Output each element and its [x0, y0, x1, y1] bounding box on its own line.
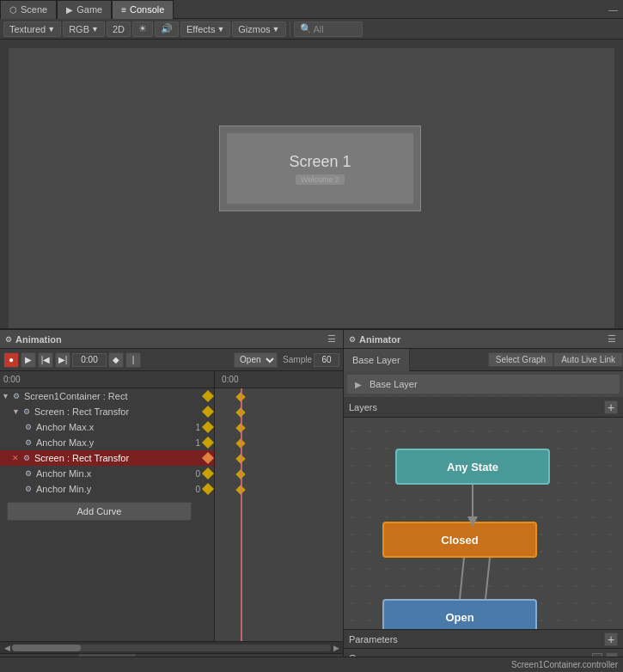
scene-icon: ⬡	[9, 5, 17, 15]
game-icon: ▶	[66, 5, 73, 15]
tree-icon-anchormaxy: ⚙	[22, 437, 34, 449]
animator-gear-icon: ⚙	[349, 335, 356, 344]
keyframe-diamond[interactable]	[202, 390, 214, 402]
keyframe-diamond[interactable]	[202, 467, 214, 480]
tree-arrow-x: ✕	[12, 454, 21, 462]
search-icon: 🔍	[300, 23, 312, 34]
params-header: Parameters +	[344, 630, 623, 649]
svg-line-1	[460, 558, 464, 599]
keyframe-diamond[interactable]	[202, 483, 214, 495]
sun-icon-btn[interactable]: ☀	[132, 21, 153, 37]
rgb-dropdown[interactable]: RGB ▼	[63, 21, 105, 37]
playhead	[241, 388, 242, 641]
auto-live-button[interactable]: Auto Live Link	[553, 352, 623, 367]
animator-panel: ⚙ Animator ☰ Base Layer Select Graph Aut…	[344, 328, 623, 672]
play-button[interactable]: ▶	[21, 352, 36, 368]
scroll-left-arrow[interactable]: ◀	[2, 643, 12, 653]
prev-key-button[interactable]: |◀	[38, 352, 53, 368]
tree-item-anchor-min-y[interactable]: ⚙ Anchor Min.y 0	[0, 481, 214, 497]
timeline-ruler: 0:00	[0, 371, 214, 388]
animator-layers: Layers +	[344, 397, 623, 418]
textured-arrow-icon: ▼	[47, 25, 55, 34]
animator-panel-menu[interactable]: ☰	[606, 333, 618, 345]
status-bar: Screen1Container.controller	[0, 657, 623, 672]
gizmos-arrow-icon: ▼	[272, 25, 280, 34]
bottom-panel: ⚙ Animation ☰ ● ▶ |◀ ▶| ◆ | Open Sample	[0, 328, 623, 672]
base-layer-label: Base Layer	[370, 379, 418, 389]
screen-subtitle: Welcome 2	[296, 174, 345, 185]
pin-button[interactable]: —	[603, 3, 623, 16]
tree-icon-anchormaxx: ⚙	[22, 421, 34, 433]
timeline-ruler-right: 0:00	[215, 371, 343, 388]
effects-dropdown[interactable]: Effects ▼	[180, 21, 230, 37]
timeline-keyframes: 0:00	[215, 371, 343, 641]
tree-arrow: ▼	[12, 407, 21, 416]
tree-icon-anchorminx: ⚙	[22, 467, 34, 480]
audio-icon-btn[interactable]: 🔊	[155, 21, 179, 37]
scroll-right-arrow[interactable]: ▶	[331, 643, 341, 653]
scene-viewport: Screen 1 Welcome 2	[0, 40, 623, 344]
animator-toolbar: Base Layer Select Graph Auto Live Link	[344, 349, 623, 371]
keyframe-diamond[interactable]	[202, 437, 214, 449]
animation-toolbar: ● ▶ |◀ ▶| ◆ | Open Sample	[0, 349, 343, 371]
scrollbar-track[interactable]	[12, 645, 331, 651]
search-bar[interactable]: 🔍 All	[294, 21, 363, 37]
tree-item-anchor-max-x[interactable]: ⚙ Anchor Max.x 1	[0, 419, 214, 435]
layers-add-button[interactable]: +	[604, 400, 618, 414]
keyframe-diamond[interactable]	[202, 406, 214, 418]
tree-icon-rect: ⚙	[21, 406, 33, 418]
time-input[interactable]	[72, 353, 107, 367]
add-event-button[interactable]: |	[125, 352, 141, 368]
tree-item-screen1container[interactable]: ▼ ⚙ Screen1Container : Rect	[0, 388, 214, 404]
add-key-button[interactable]: ◆	[108, 352, 124, 368]
select-graph-button[interactable]: Select Graph	[488, 352, 553, 367]
timeline-tracks: 0:00 ▼ ⚙ Screen1Container : Rect ▼ ⚙ Scr…	[0, 371, 215, 641]
tab-scene[interactable]: ⬡ Scene	[0, 0, 57, 19]
twod-button[interactable]: 2D	[107, 21, 131, 37]
screen-title: Screen 1	[289, 153, 351, 171]
rgb-arrow-icon: ▼	[91, 25, 99, 34]
tree-arrow: ▼	[2, 392, 10, 400]
keyframe-diamond[interactable]	[202, 421, 214, 433]
scrollbar-thumb[interactable]	[12, 645, 81, 651]
animator-graph: ▶ Base Layer Layers + Any State Closed O…	[344, 371, 623, 629]
add-curve-button[interactable]: Add Curve	[7, 502, 192, 521]
layer-play-icon: ▶	[352, 378, 364, 390]
gizmos-dropdown[interactable]: Gizmos ▼	[232, 21, 285, 37]
svg-line-2	[486, 558, 490, 599]
tab-console[interactable]: ≡ Console	[112, 0, 174, 19]
keyframe-diamond-selected[interactable]	[202, 452, 214, 464]
tree-item-screen-rect-2[interactable]: ✕ ⚙ Screen : Rect Transfor	[0, 450, 214, 466]
state-closed[interactable]: Closed	[382, 522, 537, 558]
toolbar-separator	[290, 21, 290, 37]
tree-item-anchor-min-x[interactable]: ⚙ Anchor Min.x 0	[0, 466, 214, 481]
scene-inner: Screen 1 Welcome 2	[9, 48, 614, 335]
tree-item-anchor-max-y[interactable]: ⚙ Anchor Max.y 1	[0, 435, 214, 450]
state-any-state[interactable]: Any State	[395, 449, 550, 485]
tree-icon-anchorminy: ⚙	[22, 483, 34, 495]
effects-arrow-icon: ▼	[217, 25, 224, 34]
status-text: Screen1Container.controller	[511, 660, 618, 669]
console-icon: ≡	[121, 5, 126, 15]
base-layer-bar: ▶ Base Layer	[347, 375, 620, 394]
parameters-label: Parameters	[349, 634, 398, 645]
params-add-button[interactable]: +	[604, 632, 618, 646]
tab-bar: ⬡ Scene ▶ Game ≡ Console —	[0, 0, 623, 19]
base-layer-tab[interactable]: Base Layer	[344, 349, 410, 371]
sample-label: Sample	[283, 355, 312, 364]
next-key-button[interactable]: ▶|	[55, 352, 70, 368]
screen-inner: Screen 1 Welcome 2	[227, 133, 413, 204]
state-open[interactable]: Open	[382, 599, 537, 629]
textured-dropdown[interactable]: Textured ▼	[3, 21, 61, 37]
tree-icon-rect2: ⚙	[21, 452, 33, 464]
tab-game[interactable]: ▶ Game	[57, 0, 112, 19]
tree-icon-settings: ⚙	[10, 390, 22, 402]
sample-input[interactable]	[314, 353, 339, 367]
timeline-scrollbar[interactable]: ◀ ▶	[0, 641, 343, 653]
tree-item-screen-rect[interactable]: ▼ ⚙ Screen : Rect Transfor	[0, 404, 214, 419]
layers-label: Layers	[349, 402, 377, 412]
animation-panel-menu[interactable]: ☰	[326, 333, 338, 345]
record-button[interactable]: ●	[3, 352, 19, 368]
animation-panel: ⚙ Animation ☰ ● ▶ |◀ ▶| ◆ | Open Sample	[0, 328, 344, 672]
clip-select[interactable]: Open	[234, 352, 278, 368]
